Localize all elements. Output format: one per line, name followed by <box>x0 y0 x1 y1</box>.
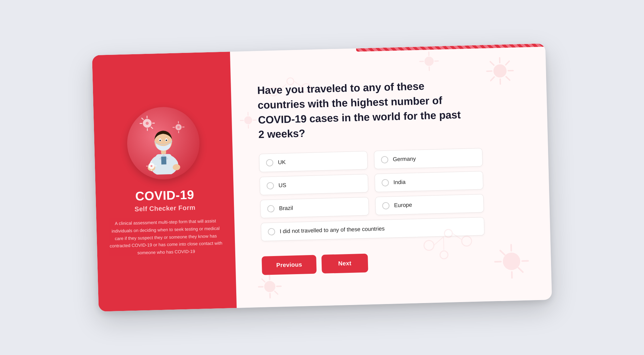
svg-rect-16 <box>161 156 167 164</box>
main-card: COVID-19 Self Checker Form A clinical as… <box>92 43 552 312</box>
right-panel: Have you traveled to any of these countr… <box>230 43 552 308</box>
option-brazil[interactable]: Brazil <box>260 197 369 218</box>
left-panel: COVID-19 Self Checker Form A clinical as… <box>92 52 237 312</box>
svg-line-55 <box>518 268 523 272</box>
svg-line-6 <box>151 127 153 129</box>
svg-line-41 <box>506 61 509 65</box>
svg-line-73 <box>444 237 444 250</box>
svg-point-34 <box>497 68 502 74</box>
options-container: UK Germany US India Brazil Europe <box>259 148 485 241</box>
svg-point-72 <box>462 236 472 246</box>
option-europe[interactable]: Europe <box>375 194 484 215</box>
option-us-label: US <box>278 182 286 189</box>
svg-point-56 <box>264 281 276 292</box>
radio-none[interactable] <box>268 228 275 236</box>
option-india[interactable]: India <box>375 171 483 192</box>
progress-bar <box>356 43 545 52</box>
svg-line-62 <box>275 291 278 295</box>
option-germany[interactable]: Germany <box>374 148 483 169</box>
radio-uk[interactable] <box>266 159 273 167</box>
svg-line-5 <box>142 118 143 120</box>
option-germany-label: Germany <box>393 156 416 163</box>
question-text: Have you traveled to any of these countr… <box>257 78 462 142</box>
option-none-label: I did not travelled to any of these coun… <box>280 225 385 235</box>
app-description: A clinical assessment multi-step form th… <box>108 217 223 258</box>
svg-point-43 <box>424 57 434 66</box>
svg-line-42 <box>491 77 494 81</box>
svg-point-63 <box>244 116 252 125</box>
doctor-illustration <box>136 111 191 175</box>
app-subtitle: Self Checker Form <box>134 204 196 213</box>
doctor-avatar <box>126 106 200 180</box>
option-india-label: India <box>393 179 405 186</box>
radio-us[interactable] <box>266 182 274 190</box>
svg-line-39 <box>490 61 494 65</box>
option-brazil-label: Brazil <box>279 205 293 212</box>
svg-point-33 <box>493 64 507 78</box>
option-uk[interactable]: UK <box>259 151 368 172</box>
option-us[interactable]: US <box>260 174 368 195</box>
option-europe-label: Europe <box>394 202 412 209</box>
app-title: COVID-19 <box>135 188 194 203</box>
svg-line-61 <box>262 279 265 282</box>
next-button[interactable]: Next <box>322 254 368 274</box>
svg-line-40 <box>506 77 510 80</box>
radio-europe[interactable] <box>382 202 390 210</box>
option-uk-label: UK <box>278 159 286 166</box>
previous-button[interactable]: Previous <box>262 255 317 275</box>
svg-point-68 <box>424 240 434 250</box>
radio-india[interactable] <box>381 179 389 187</box>
radio-brazil[interactable] <box>267 205 275 213</box>
option-none[interactable]: I did not travelled to any of these coun… <box>261 217 485 241</box>
nav-buttons: Previous Next <box>262 249 528 275</box>
radio-germany[interactable] <box>381 156 388 164</box>
svg-line-69 <box>434 237 444 245</box>
